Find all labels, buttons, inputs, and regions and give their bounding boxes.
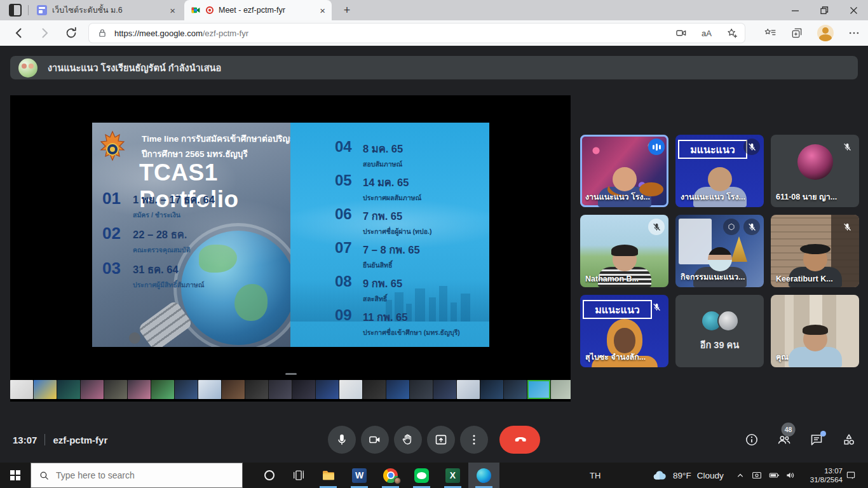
cortana-button[interactable] xyxy=(254,463,285,488)
meeting-info-button[interactable] xyxy=(744,432,759,447)
filmstrip-thumbnail[interactable] xyxy=(81,380,104,399)
taskbar-search-box[interactable] xyxy=(31,463,243,488)
tray-expand-button[interactable] xyxy=(735,463,746,488)
participant-tile-3[interactable]: 611-08 นาย ญา... xyxy=(771,135,859,207)
filmstrip-thumbnail[interactable] xyxy=(269,380,292,399)
filmstrip-thumbnail[interactable] xyxy=(57,380,80,399)
workspaces-icon[interactable] xyxy=(9,4,22,17)
wireless-display-tray-icon[interactable] xyxy=(751,463,763,488)
participant-tile-5[interactable]: กิจกรรมแนะแนว... xyxy=(675,215,764,287)
tab-camera-icon[interactable] xyxy=(675,27,688,39)
cloud-icon xyxy=(652,468,667,483)
participant-tile-7[interactable]: มแนะแนว สุไบซะ จำนงลัก... xyxy=(580,295,668,367)
word-button[interactable]: W xyxy=(344,463,375,488)
meet-page: งานแนะแนว โรงเรียนธัญรัตน์ กำลังนำเสนอ xyxy=(0,46,868,463)
meeting-code-label[interactable]: ezf-pctm-fyr xyxy=(53,435,107,445)
filmstrip-resize-handle[interactable] xyxy=(285,373,297,375)
window-restore-button[interactable] xyxy=(810,0,839,20)
filmstrip-thumbnail[interactable] xyxy=(10,380,33,399)
tab1-close-icon[interactable]: × xyxy=(170,6,175,15)
task-view-icon xyxy=(292,468,306,482)
filmstrip-thumbnail[interactable] xyxy=(316,380,339,399)
add-favorite-icon[interactable] xyxy=(726,27,738,39)
filmstrip-thumbnail[interactable] xyxy=(410,380,433,399)
tab1-favicon xyxy=(37,5,47,15)
meet-bottom-bar: 13:07 ezf-pctm-fyr 48 xyxy=(0,417,868,463)
filmstrip-thumbnail[interactable] xyxy=(480,380,503,399)
search-input[interactable] xyxy=(56,470,215,480)
edge-button[interactable] xyxy=(468,463,499,488)
forward-button[interactable] xyxy=(37,25,52,41)
microphone-button[interactable] xyxy=(328,426,356,454)
lock-icon[interactable] xyxy=(97,27,108,39)
participant-tile-6[interactable]: Keeratiburt K... xyxy=(771,215,859,287)
filmstrip-thumbnail[interactable] xyxy=(551,380,571,399)
raise-hand-button[interactable] xyxy=(394,426,422,454)
filmstrip-thumbnail[interactable] xyxy=(433,380,456,399)
timeline-desc: ประกาศผู้มีสิทธิ์สัมภาษณ์ xyxy=(133,280,205,290)
filmstrip-thumbnail[interactable] xyxy=(339,380,362,399)
browser-tab-2-active[interactable]: Meet - ezf-pctm-fyr × xyxy=(184,0,332,20)
filmstrip-thumbnail[interactable] xyxy=(292,380,315,399)
tab2-close-icon[interactable]: × xyxy=(320,6,325,15)
filmstrip-thumbnail[interactable] xyxy=(386,380,409,399)
action-center-button[interactable] xyxy=(845,463,857,488)
timeline-date: 7 กพ. 65 xyxy=(363,208,431,224)
refresh-button[interactable] xyxy=(64,25,79,41)
filmstrip-thumbnail[interactable] xyxy=(457,380,480,399)
participant-name: Keeratiburt K... xyxy=(776,274,833,283)
participant-tile-2[interactable]: มแนะแนว งานแนะแนว โรง... xyxy=(675,135,764,207)
chrome-button[interactable] xyxy=(375,463,406,488)
filmstrip-thumbnail[interactable] xyxy=(363,380,386,399)
back-button[interactable] xyxy=(11,25,27,41)
chat-button[interactable] xyxy=(809,432,824,447)
new-tab-button[interactable]: + xyxy=(339,3,355,18)
end-call-button[interactable] xyxy=(499,426,540,454)
participants-button[interactable]: 48 xyxy=(776,432,792,447)
battery-tray-icon[interactable] xyxy=(768,463,780,488)
filmstrip-thumbnail[interactable] xyxy=(222,380,245,399)
tile-overlay-text: มแนะแนว xyxy=(583,300,652,319)
timeline-item-06: 06 7 กพ. 65 ประกาศชื่อผู้ผ่าน (ทปอ.) xyxy=(335,205,431,237)
browser-profile-avatar[interactable] xyxy=(817,25,834,41)
file-explorer-button[interactable] xyxy=(313,463,344,488)
timeline-item-01: 01 1 พย. – 17 ธค. 64 สมัคร / ชำระเงิน xyxy=(102,189,215,220)
window-close-button[interactable] xyxy=(839,0,868,20)
line-button[interactable] xyxy=(406,463,437,488)
collections-icon[interactable] xyxy=(790,27,803,39)
filmstrip-thumbnail[interactable] xyxy=(128,380,151,399)
timeline-date: 11 กพ. 65 xyxy=(363,309,460,325)
filmstrip-thumbnail[interactable] xyxy=(104,380,127,399)
translate-icon[interactable]: aA xyxy=(702,29,712,38)
window-minimize-button[interactable] xyxy=(780,0,810,20)
filmstrip-thumbnail[interactable] xyxy=(175,380,198,399)
filmstrip-thumbnail[interactable] xyxy=(151,380,174,399)
activities-button[interactable] xyxy=(841,432,857,447)
task-view-button[interactable] xyxy=(285,463,313,488)
filmstrip-thumbnail-current[interactable] xyxy=(527,380,550,399)
start-button[interactable] xyxy=(0,463,31,488)
favorites-bar-icon[interactable] xyxy=(764,27,776,39)
filmstrip-thumbnail[interactable] xyxy=(34,380,57,399)
self-view-tile[interactable]: คุณ xyxy=(771,295,859,367)
camera-button[interactable] xyxy=(361,426,389,454)
browser-tab-1[interactable]: เว็บไซต์ระดับชั้น ม.6 × xyxy=(31,0,182,20)
participant-tile-4[interactable]: Nathamon B... xyxy=(580,215,668,287)
url-text[interactable]: https://meet.google.com/ezf-pctm-fyr xyxy=(114,29,248,38)
taskbar-clock[interactable]: 13:07 31/8/2564 xyxy=(798,463,843,488)
excel-button[interactable]: X xyxy=(437,463,468,488)
weather-widget[interactable]: 89°F Cloudy xyxy=(652,463,724,488)
browser-menu-icon[interactable] xyxy=(848,27,860,39)
university-emblem xyxy=(98,130,126,167)
participant-tile-1[interactable]: งานแนะแนว โรง... xyxy=(580,135,668,207)
participant-name: สุไบซะ จำนงลัก... xyxy=(585,351,646,363)
filmstrip-thumbnail[interactable] xyxy=(198,380,221,399)
filmstrip-thumbnail[interactable] xyxy=(504,380,527,399)
language-indicator[interactable]: TH xyxy=(590,463,600,488)
participant-overflow-tile[interactable]: อีก 39 คน xyxy=(675,295,764,367)
present-screen-button[interactable] xyxy=(427,426,455,454)
filmstrip-thumbnail[interactable] xyxy=(245,380,268,399)
more-options-button[interactable] xyxy=(460,426,488,454)
volume-tray-icon[interactable] xyxy=(785,463,796,488)
address-bar[interactable]: https://meet.google.com/ezf-pctm-fyr aA xyxy=(89,24,745,43)
